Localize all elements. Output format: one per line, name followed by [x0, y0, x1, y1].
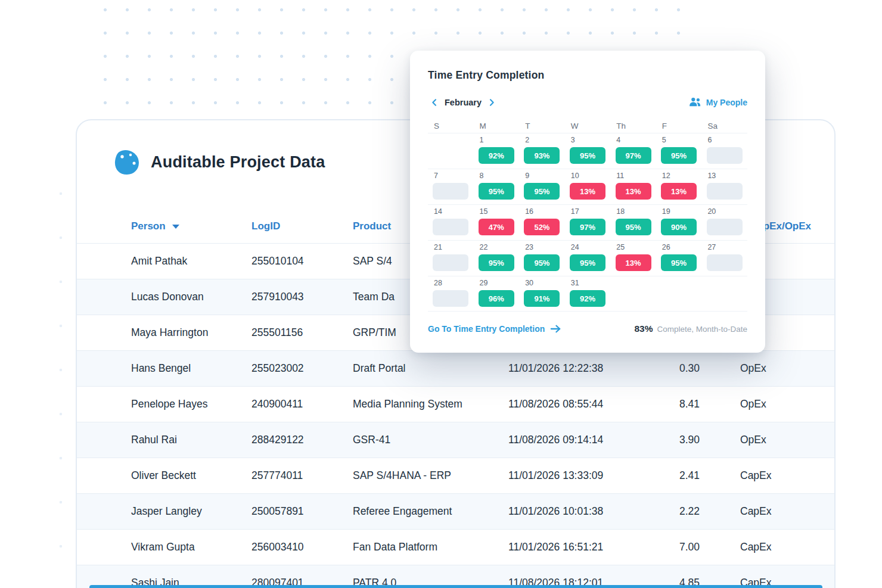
cell-capex: OpEx: [723, 434, 834, 446]
my-people-label: My People: [706, 98, 747, 107]
completion-badge[interactable]: 97%: [570, 219, 605, 235]
calendar-day-31: 3192%: [565, 276, 611, 311]
next-month-button[interactable]: [485, 96, 498, 109]
calendar-day-18: 1895%: [610, 205, 656, 240]
cell-capex: CapEx: [723, 505, 834, 518]
calendar-day-17: 1797%: [565, 205, 611, 240]
calendar-day-9: 995%: [519, 169, 565, 204]
day-number: 12: [656, 172, 702, 182]
card-title: Auditable Project Data: [151, 153, 325, 172]
empty-day-badge: [433, 290, 468, 307]
prev-month-button[interactable]: [428, 96, 441, 109]
completion-badge[interactable]: 95%: [661, 147, 697, 164]
cell-hours: 2.22: [675, 505, 723, 518]
time-entry-completion-card: Time Entry Completion February My P: [410, 51, 765, 353]
calendar-day-26: 2695%: [656, 241, 702, 276]
day-number: 18: [610, 207, 656, 217]
cell-person: Penelope Hayes: [131, 398, 251, 410]
day-number: 28: [428, 279, 474, 289]
col-header-logid[interactable]: LogID: [251, 220, 353, 232]
completion-badge[interactable]: 95%: [479, 254, 514, 271]
completion-badge[interactable]: 47%: [479, 219, 514, 235]
col-header-person[interactable]: Person: [131, 220, 251, 232]
chevron-right-icon: [487, 98, 496, 107]
day-number: 30: [519, 279, 565, 289]
completion-badge[interactable]: 95%: [616, 219, 651, 235]
calendar-cell-blank: [656, 276, 702, 311]
calendar-day-16: 1652%: [519, 205, 565, 240]
completion-badge[interactable]: 95%: [524, 183, 560, 200]
calendar-day-23: 2395%: [519, 241, 565, 276]
completion-badge[interactable]: 96%: [479, 290, 514, 307]
day-number: 22: [474, 243, 520, 253]
cell-hours: 8.41: [675, 398, 723, 410]
cell-person: Lucas Donovan: [131, 291, 251, 303]
day-number: 24: [565, 243, 611, 253]
table-row: Vikram Gupta256003410Fan Data Platform11…: [77, 529, 834, 565]
app-canvas: Auditable Project Data Person LogID Prod…: [0, 0, 882, 588]
calendar-day-6: 6: [701, 133, 747, 169]
calendar-day-12: 1213%: [656, 169, 702, 204]
completion-badge[interactable]: 90%: [661, 219, 697, 235]
completion-badge[interactable]: 13%: [661, 183, 697, 200]
my-people-link[interactable]: My People: [688, 97, 747, 108]
day-number: 26: [656, 243, 702, 253]
day-header: M: [474, 122, 520, 130]
day-number: 16: [519, 207, 565, 217]
table-row: Oliver Beckett257774011SAP S/4HANA - ERP…: [77, 458, 834, 493]
table-row: Jasper Langley250057891Referee Engagemen…: [77, 493, 834, 529]
overlay-footer: Go To Time Entry Completion 83% Complete…: [428, 321, 747, 337]
table-row: Hans Bengel255023002Draft Portal11/01/20…: [77, 350, 834, 386]
day-header: Th: [610, 122, 656, 130]
cell-date: 11/08/2026 09:14:14: [508, 434, 675, 446]
cell-product: GSR-41: [353, 434, 508, 446]
cell-logid: 255501156: [251, 326, 353, 339]
day-header: S: [428, 122, 474, 130]
calendar-day-29: 2996%: [474, 276, 520, 311]
day-number: 8: [474, 172, 520, 182]
completion-percent: 83%: [634, 323, 653, 334]
calendar-cell-blank: [701, 276, 747, 311]
table-row: Penelope Hayes240900411Media Planning Sy…: [77, 386, 834, 422]
completion-badge[interactable]: 52%: [524, 219, 560, 235]
cell-person: Vikram Gupta: [131, 541, 251, 553]
completion-badge[interactable]: 95%: [479, 183, 514, 200]
calendar-week-row: 7895%995%1013%1113%1213%13: [428, 169, 747, 204]
cell-logid: 240900411: [251, 398, 353, 410]
cell-date: 11/08/2026 08:55:44: [508, 398, 675, 410]
completion-badge[interactable]: 91%: [524, 290, 560, 307]
calendar-day-27: 27: [701, 241, 747, 276]
completion-badge[interactable]: 95%: [570, 147, 605, 164]
cell-product: Fan Data Platform: [353, 541, 508, 553]
cell-date: 11/01/2026 12:22:38: [508, 362, 675, 375]
completion-badge[interactable]: 92%: [570, 290, 605, 307]
completion-badge[interactable]: 13%: [616, 183, 651, 200]
empty-day-badge: [433, 219, 468, 235]
completion-badge[interactable]: 93%: [524, 147, 560, 164]
completion-badge[interactable]: 13%: [570, 183, 605, 200]
completion-badge[interactable]: 92%: [479, 147, 514, 164]
calendar-day-20: 20: [701, 205, 747, 240]
calendar-week-row: 192%293%395%497%595%6: [428, 133, 747, 169]
day-header: T: [519, 122, 565, 130]
day-number: 5: [656, 136, 702, 146]
overlay-title: Time Entry Completion: [428, 69, 747, 82]
go-to-time-entry-link[interactable]: Go To Time Entry Completion: [428, 324, 561, 334]
col-header-person-label: Person: [131, 220, 166, 232]
cell-product: SAP S/4HANA - ERP: [353, 469, 508, 482]
completion-badge[interactable]: 95%: [661, 254, 697, 271]
completion-badge[interactable]: 95%: [524, 254, 560, 271]
cell-date: 11/01/2026 10:01:38: [508, 505, 675, 518]
cell-person: Rahul Rai: [131, 434, 251, 446]
calendar-day-28: 28: [428, 276, 474, 311]
cell-hours: 0.30: [675, 362, 723, 375]
day-number: 29: [474, 279, 520, 289]
calendar-day-3: 395%: [565, 133, 611, 169]
calendar-day-21: 21: [428, 241, 474, 276]
cell-logid: 257910043: [251, 291, 353, 303]
completion-badge[interactable]: 97%: [616, 147, 651, 164]
calendar-day-11: 1113%: [610, 169, 656, 204]
completion-badge[interactable]: 95%: [570, 254, 605, 271]
completion-badge[interactable]: 13%: [616, 254, 651, 271]
day-number: 27: [701, 243, 747, 253]
